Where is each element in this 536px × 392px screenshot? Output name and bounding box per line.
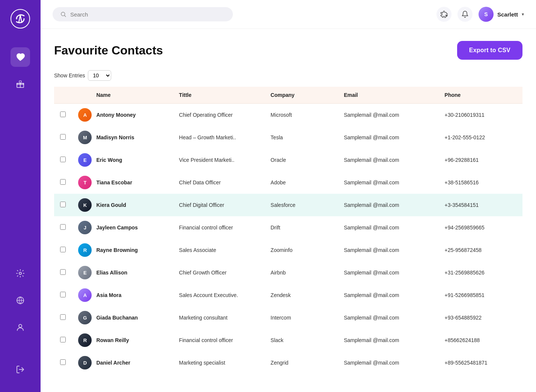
page-header: Favourite Contacts Export to CSV <box>54 41 522 60</box>
bell-button[interactable] <box>457 7 473 22</box>
table-row: A Antony Mooney Chief Operating Officer … <box>54 104 522 126</box>
row-name: R Rowan Reilly <box>74 329 174 351</box>
table-row: J Jayleen Campos Financial control offic… <box>54 216 522 239</box>
bell-icon <box>461 11 469 18</box>
row-name: M Madisyn Norris <box>74 126 174 149</box>
user-avatar: S <box>479 7 494 22</box>
row-email: Samplemail @mail.com <box>339 216 440 239</box>
row-checkbox[interactable] <box>54 351 74 374</box>
sidebar-item-globe[interactable] <box>11 291 30 310</box>
row-phone: +30-2106019311 <box>440 104 522 126</box>
row-name: J Jayleen Campos <box>74 216 174 239</box>
row-email: Samplemail @mail.com <box>339 261 440 284</box>
row-email: Samplemail @mail.com <box>339 171 440 194</box>
row-checkbox[interactable] <box>54 239 74 261</box>
row-company: Zoominfo <box>266 239 339 261</box>
row-checkbox[interactable] <box>54 149 74 171</box>
row-checkbox[interactable] <box>54 171 74 194</box>
contact-name-text: Asia Mora <box>96 292 121 298</box>
contact-avatar: D <box>78 356 92 369</box>
puzzle-button[interactable] <box>436 7 451 22</box>
row-name: K Kiera Gould <box>74 194 174 216</box>
row-name: A Asia Mora <box>74 284 174 306</box>
table-row: T Tiana Escobar Chief Data Officer Adobe… <box>54 171 522 194</box>
row-phone: +89-55625481871 <box>440 351 522 374</box>
user-name: Scarlett <box>497 11 518 18</box>
row-company: Zengrid <box>266 351 339 374</box>
row-checkbox[interactable] <box>54 329 74 351</box>
row-company: Drift <box>266 216 339 239</box>
row-phone: +38-51586516 <box>440 171 522 194</box>
sidebar-item-contact[interactable] <box>11 318 30 337</box>
row-email: Samplemail @mail.com <box>339 306 440 329</box>
row-checkbox[interactable] <box>54 194 74 216</box>
contact-avatar: R <box>78 243 92 257</box>
row-title: Chief Operating Officer <box>175 104 266 126</box>
search-bar[interactable] <box>53 7 233 21</box>
search-icon <box>60 11 66 18</box>
show-entries-select[interactable]: 10 25 50 100 <box>88 70 111 81</box>
contact-name-text: Rayne Browning <box>96 247 137 253</box>
contact-avatar: E <box>78 266 92 279</box>
table-row: E Eric Wong Vice President Marketi.. Ora… <box>54 149 522 171</box>
sidebar-item-logout[interactable] <box>11 360 30 379</box>
row-name: E Eric Wong <box>74 149 174 171</box>
row-title: Vice President Marketi.. <box>175 149 266 171</box>
page-title: Favourite Contacts <box>54 44 163 57</box>
sidebar-item-gifts[interactable] <box>11 74 30 94</box>
row-phone: +96-29288161 <box>440 149 522 171</box>
row-title: Head – Growth Marketi.. <box>175 126 266 149</box>
contact-avatar: T <box>78 176 92 189</box>
row-name: E Elias Allison <box>74 261 174 284</box>
contact-avatar: R <box>78 333 92 347</box>
contact-avatar: G <box>78 311 92 324</box>
contact-name-text: Madisyn Norris <box>96 134 134 140</box>
header-phone: Phone <box>440 87 522 104</box>
row-email: Samplemail @mail.com <box>339 351 440 374</box>
topbar: S Scarlett ▾ <box>41 0 536 29</box>
contact-name-text: Eric Wong <box>96 157 122 163</box>
row-phone: +91-5266985851 <box>440 284 522 306</box>
contact-avatar: M <box>78 131 92 144</box>
row-email: Samplemail @mail.com <box>339 126 440 149</box>
row-email: Samplemail @mail.com <box>339 329 440 351</box>
contact-name-text: Elias Allison <box>96 270 127 276</box>
sidebar-item-settings[interactable] <box>11 264 30 283</box>
row-email: Samplemail @mail.com <box>339 284 440 306</box>
row-title: Chief Data Officer <box>175 171 266 194</box>
row-company: Salesforce <box>266 194 339 216</box>
row-phone: +94-2569859665 <box>440 216 522 239</box>
row-checkbox[interactable] <box>54 261 74 284</box>
user-menu[interactable]: S Scarlett ▾ <box>479 7 524 22</box>
row-checkbox[interactable] <box>54 126 74 149</box>
sidebar <box>0 0 41 392</box>
row-title: Financial control officer <box>175 216 266 239</box>
row-title: Chief Digital Officer <box>175 194 266 216</box>
row-checkbox[interactable] <box>54 284 74 306</box>
svg-point-3 <box>19 324 22 327</box>
row-name: T Tiana Escobar <box>74 171 174 194</box>
row-phone: +25-956872458 <box>440 239 522 261</box>
row-phone: +31-2569885626 <box>440 261 522 284</box>
row-email: Samplemail @mail.com <box>339 149 440 171</box>
row-company: Zendesk <box>266 284 339 306</box>
row-checkbox[interactable] <box>54 306 74 329</box>
sidebar-item-favourites[interactable] <box>11 47 30 67</box>
page-content: Favourite Contacts Export to CSV Show En… <box>41 29 536 392</box>
row-checkbox[interactable] <box>54 104 74 126</box>
contact-name-text: Daniel Archer <box>96 360 130 366</box>
row-checkbox[interactable] <box>54 216 74 239</box>
search-input[interactable] <box>70 11 225 18</box>
row-title: Sales Account Executive. <box>175 284 266 306</box>
export-csv-button[interactable]: Export to CSV <box>457 41 522 60</box>
contact-avatar: A <box>78 288 92 302</box>
row-title: Sales Associate <box>175 239 266 261</box>
row-email: Samplemail @mail.com <box>339 239 440 261</box>
sidebar-logo[interactable] <box>11 9 30 29</box>
row-name: A Antony Mooney <box>74 104 174 126</box>
puzzle-icon <box>440 11 448 18</box>
row-phone: +3-354584151 <box>440 194 522 216</box>
main-content: S Scarlett ▾ Favourite Contacts Export t… <box>41 0 536 392</box>
row-email: Samplemail @mail.com <box>339 194 440 216</box>
table-controls: Show Entries 10 25 50 100 <box>54 70 522 81</box>
